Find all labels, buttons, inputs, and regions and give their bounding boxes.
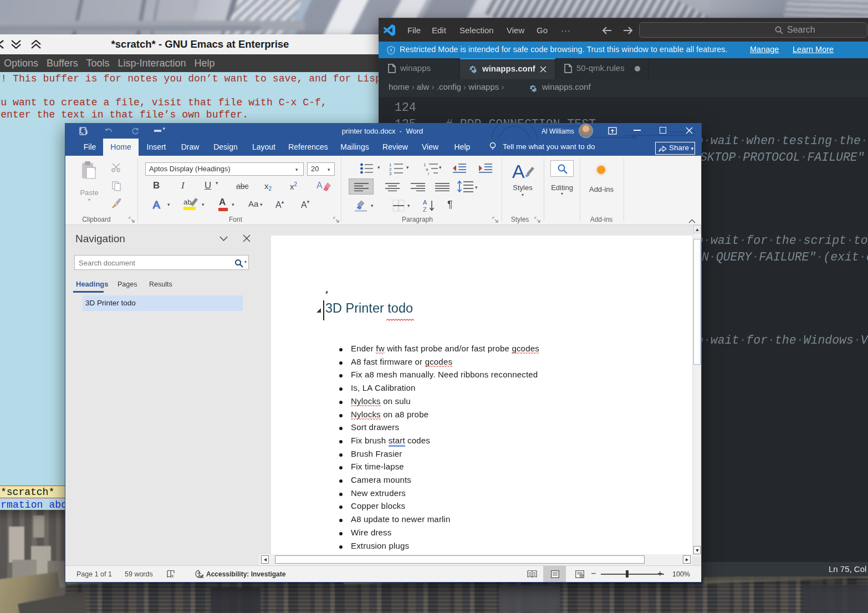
svg-text:A: A bbox=[512, 161, 525, 181]
svg-text:x: x bbox=[171, 573, 174, 579]
svg-text:A: A bbox=[316, 181, 323, 190]
svg-text:ab: ab bbox=[183, 198, 191, 206]
svg-text:i: i bbox=[428, 171, 429, 175]
svg-text:A: A bbox=[153, 199, 160, 211]
svg-text:Z: Z bbox=[423, 206, 427, 212]
svg-text:A: A bbox=[423, 199, 427, 206]
svg-text:3: 3 bbox=[389, 171, 392, 175]
